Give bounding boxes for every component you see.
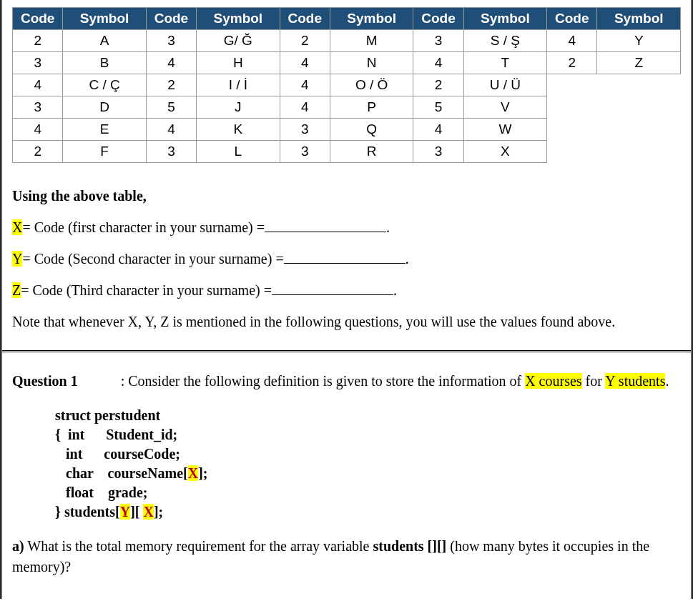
table-cell: O / Ö (330, 74, 413, 96)
th-code-4: Code (413, 8, 463, 30)
table-row: 2A3G/ Ğ2M3S / Ş4Y (13, 30, 681, 52)
th-code-5: Code (547, 8, 597, 30)
table-cell (597, 119, 681, 141)
th-symbol-3: Symbol (330, 8, 413, 30)
table-cell: 3 (280, 119, 330, 141)
q1-part-a: a) What is the total memory requirement … (12, 536, 681, 577)
table-cell: T (463, 52, 546, 74)
table-cell: 3 (146, 30, 196, 52)
table-cell: 4 (13, 74, 63, 96)
table-cell (597, 74, 681, 96)
table-cell: W (463, 119, 546, 141)
th-code-3: Code (280, 8, 330, 30)
table-cell: Q (330, 119, 413, 141)
char-name-pre: courseName[ (108, 465, 188, 481)
table-cell: J (197, 96, 280, 119)
table-cell (597, 96, 681, 119)
part-a-label: a) (12, 538, 24, 554)
table-cell: P (330, 96, 413, 119)
int1-type: int (68, 427, 84, 442)
close-brace-pre: } students[ (55, 504, 120, 520)
using-label: Using the above table, (12, 188, 147, 204)
table-cell (547, 141, 597, 163)
table-cell: 4 (13, 119, 63, 141)
arr-y: Y (120, 504, 130, 520)
x-definition: X= Code (first character in your surname… (12, 216, 681, 239)
table-cell: Y (597, 30, 681, 52)
table-cell: 5 (413, 96, 463, 119)
q1-lead: : Consider the following definition is g… (121, 373, 525, 389)
float-name: grade; (108, 485, 148, 500)
part-a-bold: students [][] (373, 538, 446, 554)
x-blank (265, 217, 386, 232)
table-cell: F (63, 141, 146, 163)
th-code-1: Code (13, 8, 63, 30)
z-blank (272, 280, 393, 295)
open-brace: { (55, 427, 61, 442)
table-cell: 2 (13, 141, 63, 163)
table-cell: C / Ç (63, 74, 146, 96)
x-text: = Code (first character in your surname)… (22, 219, 265, 235)
note-text: Note that whenever X, Y, Z is mentioned … (12, 310, 681, 333)
y-period: . (406, 251, 409, 267)
table-cell: 4 (280, 74, 330, 96)
table-cell: X (463, 141, 546, 163)
table-cell: 2 (547, 52, 597, 74)
struct-code: struct perstudent { int Student_id; int … (55, 406, 681, 522)
int2-name: courseCode; (104, 446, 180, 462)
table-row: 3B4H4N4T2Z (13, 52, 681, 74)
code-symbol-table: Code Symbol Code Symbol Code Symbol Code… (12, 7, 681, 163)
table-row: 4C / Ç2I / İ4O / Ö2U / Ü (13, 74, 681, 96)
table-cell: 4 (413, 119, 463, 141)
table-cell: V (463, 96, 546, 119)
table-cell: 3 (413, 141, 463, 163)
z-var: Z (12, 282, 21, 298)
arr-x: X (143, 504, 153, 520)
q1-period: . (665, 373, 669, 389)
th-symbol-2: Symbol (197, 8, 280, 30)
th-symbol-5: Symbol (597, 8, 681, 30)
x-var: X (12, 219, 22, 235)
table-cell: A (63, 30, 146, 52)
table-cell (547, 96, 597, 119)
instructions-block: Using the above table, X= Code (first ch… (2, 170, 691, 350)
z-period: . (393, 282, 397, 298)
table-cell: 2 (413, 74, 463, 96)
z-definition: Z= Code (Third character in your surname… (12, 279, 681, 302)
arr-post: ]; (154, 504, 163, 520)
code-table-section: Code Symbol Code Symbol Code Symbol Code… (2, 0, 691, 170)
y-blank (284, 249, 406, 264)
table-cell: 4 (146, 119, 196, 141)
table-cell: 3 (280, 141, 330, 163)
table-cell (597, 141, 681, 163)
z-text: = Code (Third character in your surname)… (21, 282, 272, 298)
table-cell: K (197, 119, 280, 141)
arr-mid: ][ (130, 504, 143, 520)
table-cell: E (63, 119, 146, 141)
table-cell: 4 (280, 96, 330, 119)
table-cell: D (63, 96, 146, 119)
table-cell (547, 119, 597, 141)
y-var: Y (12, 251, 22, 267)
table-cell: 5 (146, 96, 196, 119)
float-type: float (66, 485, 94, 500)
table-row: 2F3L3R3X (13, 141, 681, 163)
th-symbol-4: Symbol (463, 8, 546, 30)
q1-for: for (582, 373, 606, 389)
table-row: 3D5J4P5V (13, 96, 681, 119)
table-cell: L (197, 141, 280, 163)
table-header-row: Code Symbol Code Symbol Code Symbol Code… (13, 8, 681, 30)
table-cell: H (197, 52, 280, 74)
table-cell: I / İ (197, 74, 280, 96)
table-row: 4E4K3Q4W (13, 119, 681, 141)
table-cell: B (63, 52, 146, 74)
y-text: = Code (Second character in your surname… (22, 251, 283, 267)
page-container: Code Symbol Code Symbol Code Symbol Code… (0, 0, 693, 599)
char-x: X (188, 465, 198, 481)
q1-prompt: Question 1 : Consider the following defi… (12, 371, 681, 392)
table-cell (547, 74, 597, 96)
char-name-post: ]; (198, 465, 207, 481)
th-code-2: Code (146, 8, 196, 30)
x-period: . (386, 219, 390, 235)
question-1: Question 1 : Consider the following defi… (2, 352, 691, 599)
